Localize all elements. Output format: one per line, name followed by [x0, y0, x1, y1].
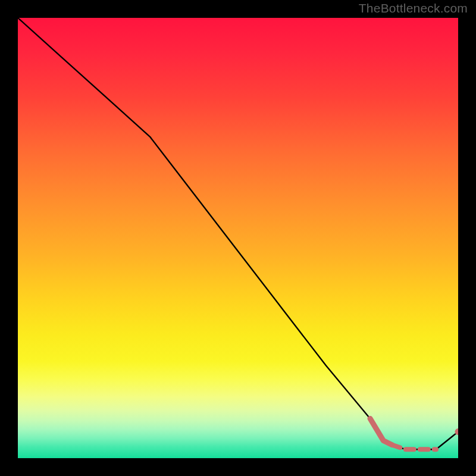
chart-frame: TheBottleneck.com — [0, 0, 476, 476]
plot-area — [18, 18, 458, 458]
main-curve-line — [18, 18, 458, 449]
watermark-text: TheBottleneck.com — [359, 1, 468, 15]
marker-entry — [370, 418, 392, 444]
marker-bottom-dashed — [392, 445, 436, 449]
marker-segment-group — [370, 418, 458, 449]
chart-overlay — [18, 18, 458, 458]
